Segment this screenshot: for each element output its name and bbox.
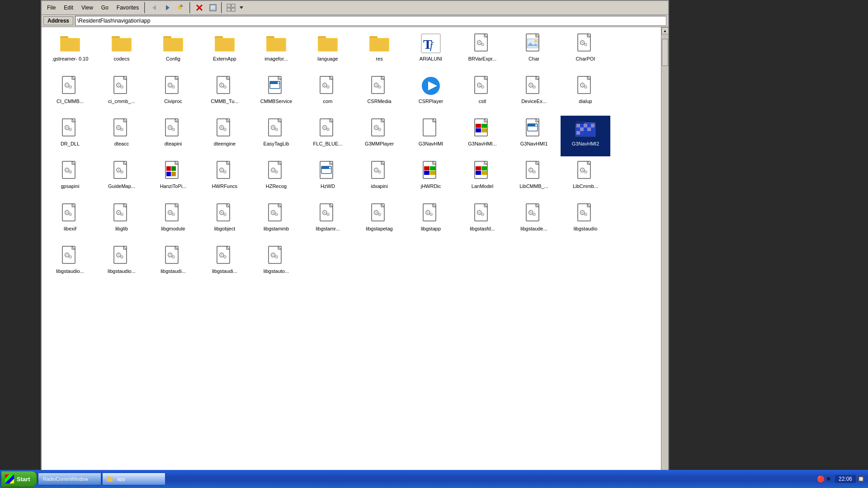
file-icon: ⚙ ⚙ (111, 202, 132, 224)
svg-rect-158 (580, 131, 584, 135)
file-item[interactable]: ⚙ ⚙ CMMB_Tu... (200, 73, 250, 114)
explorer-window: File Edit View Go Favorites (41, 0, 669, 488)
file-label: G3NavHMI (419, 141, 443, 147)
file-item[interactable]: ⚙ ⚙ LibCmmb... (561, 158, 610, 199)
file-item[interactable]: ⚙ ⚙ Civiproc (148, 73, 198, 114)
file-item[interactable]: ⚙ ⚙ dteacc (97, 116, 146, 156)
svg-rect-80 (278, 82, 279, 84)
file-item[interactable]: imagefor... (251, 31, 301, 71)
file-item[interactable]: ⚙ ⚙ GuideMap... (97, 158, 146, 199)
properties-button[interactable] (207, 2, 219, 14)
file-item[interactable]: jHWRDic (406, 158, 456, 199)
delete-button[interactable] (193, 2, 206, 14)
file-item[interactable]: ⚙ ⚙ CI_CMMB... (45, 73, 95, 114)
tray-extra: 🔲 (858, 476, 864, 482)
file-item[interactable]: res (354, 31, 404, 71)
file-icon: ⚙ ⚙ (59, 117, 81, 139)
svg-text:⚙: ⚙ (326, 84, 330, 89)
file-icon: ⚙ ⚙ (368, 160, 390, 182)
file-item[interactable]: ⚙ ⚙ ci_cmmb_... (97, 73, 146, 114)
view-button[interactable] (225, 2, 237, 14)
up-button[interactable] (175, 2, 188, 14)
taskbar-radiocomm-window[interactable]: RadioCommWindow (38, 473, 101, 485)
file-item[interactable]: CMMBService (251, 73, 301, 114)
menu-view[interactable]: View (78, 4, 97, 12)
scrollbar-vertical[interactable]: ▲ ▼ (661, 27, 668, 477)
file-item[interactable]: ⚙ ⚙ libgstammb (251, 201, 301, 241)
file-item[interactable]: ⚙ ⚙ com (303, 73, 353, 114)
file-icon: ⚙ ⚙ (111, 245, 132, 267)
file-item[interactable]: ⚙ ⚙ HZRecog (251, 158, 301, 199)
file-item[interactable]: ⚙ ⚙ libgstapp (406, 201, 456, 241)
svg-marker-0 (152, 5, 156, 10)
menu-favorites[interactable]: Favorites (113, 4, 142, 12)
file-item[interactable]: LanModel (458, 158, 507, 199)
file-item[interactable]: ⚙ ⚙ FLC_BLUE... (303, 116, 353, 156)
file-item[interactable]: CSRPlayer (406, 73, 456, 114)
file-item[interactable]: ExternApp (200, 31, 250, 71)
back-button[interactable] (148, 2, 160, 14)
file-item[interactable]: ⚙ ⚙ libgstaudi... (148, 243, 198, 284)
file-item[interactable]: ⚙ ⚙ libgstapetag (354, 201, 404, 241)
file-item[interactable]: ⚙ ⚙ DR_DLL (45, 116, 95, 156)
menu-file[interactable]: File (43, 4, 59, 12)
file-item[interactable]: ⚙ ⚙ HWRFuncs (200, 158, 250, 199)
file-item[interactable]: G3NavHMI (406, 116, 456, 156)
file-item[interactable]: codecs (97, 31, 146, 71)
file-item[interactable]: G3NavHMI2 (561, 116, 610, 156)
file-item[interactable]: ⚙ ⚙ libgstamr... (303, 201, 353, 241)
file-item[interactable]: ⚙ ⚙ libgstaudio (561, 201, 610, 241)
file-item[interactable]: language (303, 31, 353, 71)
file-item[interactable]: ⚙ ⚙ dteapini (148, 116, 198, 156)
scroll-up-button[interactable]: ▲ (661, 27, 668, 34)
file-item[interactable]: HzWD (303, 158, 353, 199)
file-item[interactable]: G3NavHMI1 (509, 116, 559, 156)
menu-edit[interactable]: Edit (60, 4, 77, 12)
file-item[interactable]: ⚙ ⚙ libgstasfd... (458, 201, 507, 241)
forward-button[interactable] (161, 2, 174, 14)
file-label: libexif (64, 226, 76, 232)
start-button[interactable]: Start (1, 471, 37, 487)
file-item[interactable]: ⚙ ⚙ libgstauto... (251, 243, 301, 284)
file-item[interactable]: ⚙ ⚙ EasyTagLib (251, 116, 301, 156)
file-item[interactable]: ⚙ ⚙ DeviceEx... (509, 73, 559, 114)
file-item[interactable]: Char (509, 31, 559, 71)
file-item[interactable]: G3NavHMI... (458, 116, 507, 156)
file-item[interactable]: ⚙ ⚙ libgobject (200, 201, 250, 241)
file-item[interactable]: ⚙ ⚙ BRVarExpr... (458, 31, 507, 71)
address-input[interactable] (75, 16, 666, 26)
svg-text:⚙: ⚙ (68, 84, 72, 89)
file-item[interactable]: ⚙ ⚙ CharPOI (561, 31, 610, 71)
file-item[interactable]: ⚙ ⚙ libgstaude... (509, 201, 559, 241)
file-item[interactable]: ⚙ ⚙ libgstaudio... (97, 243, 146, 284)
taskbar-app-window[interactable]: app (102, 473, 165, 485)
svg-rect-149 (584, 124, 587, 127)
file-item[interactable]: ⚙ ⚙ idxapini (354, 158, 404, 199)
file-label: language (317, 56, 338, 62)
file-icon (162, 160, 184, 182)
file-item[interactable]: ⚙ ⚙ LibCMMB_... (509, 158, 559, 199)
file-item[interactable]: ⚙ ⚙ libgmodule (148, 201, 198, 241)
file-label: EasyTagLib (264, 141, 289, 147)
file-item[interactable]: ⚙ ⚙ gpsapini (45, 158, 95, 199)
file-item[interactable]: ⚙ ⚙ CSRMedia (354, 73, 404, 114)
file-item[interactable]: ⚙ ⚙ dialup (561, 73, 610, 114)
file-item[interactable]: ⚙ ⚙ cstl (458, 73, 507, 114)
file-item[interactable]: ⚙ ⚙ dteengine (200, 116, 250, 156)
menu-go[interactable]: Go (98, 4, 112, 12)
file-item[interactable]: Config (148, 31, 198, 71)
view-dropdown-button[interactable] (238, 2, 245, 14)
file-icon (368, 33, 390, 54)
file-label: LibCMMB_... (519, 183, 548, 189)
file-item[interactable]: ⚙ ⚙ libgstaudi... (200, 243, 250, 284)
file-item[interactable]: ⚙ ⚙ libexif (45, 201, 95, 241)
file-item[interactable]: .gstreamer- 0.10 (45, 31, 95, 71)
file-item[interactable]: ⚙ ⚙ libglib (97, 201, 146, 241)
file-label: DeviceEx... (521, 99, 547, 104)
file-item[interactable]: HanziToPi... (148, 158, 198, 199)
file-item[interactable]: ⚙ ⚙ G3MMPlayer (354, 116, 404, 156)
file-item[interactable]: T f ARIALUNI (406, 31, 456, 71)
clock: 22:06 (835, 475, 856, 483)
file-item[interactable]: ⚙ ⚙ libgstaudio... (45, 243, 95, 284)
scroll-thumb[interactable] (662, 39, 668, 66)
